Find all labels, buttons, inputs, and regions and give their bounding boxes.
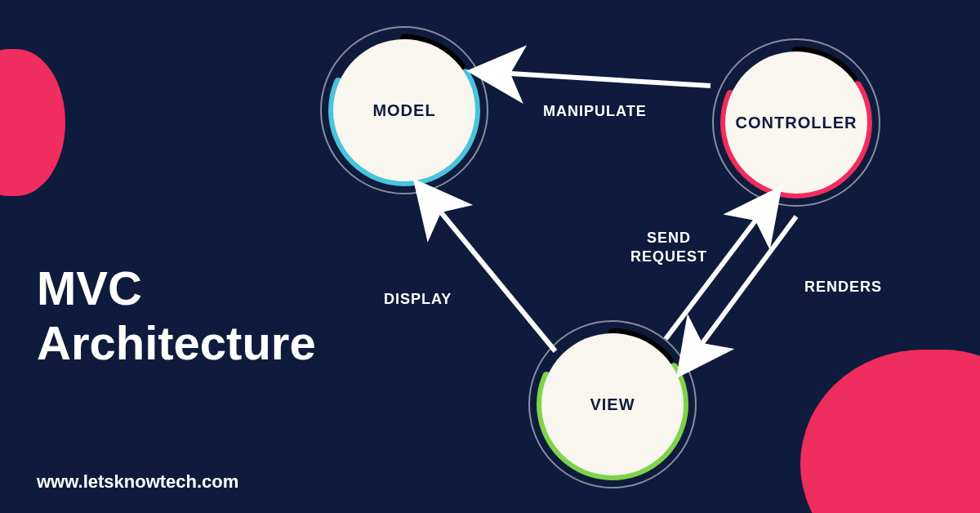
edge-label-renders: RENDERS bbox=[804, 278, 882, 297]
svg-line-6 bbox=[510, 74, 710, 86]
svg-line-9 bbox=[702, 216, 796, 343]
edge-label-send: SEND bbox=[630, 229, 707, 248]
node-label-model: MODEL bbox=[372, 101, 435, 120]
title-line-1: MVC bbox=[37, 261, 316, 316]
edge-label-request: REQUEST bbox=[630, 248, 707, 266]
edge-label-display: DISPLAY bbox=[384, 290, 452, 309]
node-controller: CONTROLLER bbox=[719, 45, 874, 200]
node-model: MODEL bbox=[327, 33, 482, 188]
node-disc: MODEL bbox=[333, 39, 475, 181]
node-disc: CONTROLLER bbox=[725, 51, 867, 194]
node-view: VIEW bbox=[535, 327, 690, 482]
node-disc: VIEW bbox=[541, 333, 684, 475]
node-label-controller: CONTROLLER bbox=[736, 114, 858, 132]
title-line-2: Architecture bbox=[37, 316, 316, 371]
node-label-view: VIEW bbox=[590, 395, 635, 414]
diagram-title: MVC Architecture bbox=[37, 261, 316, 370]
edge-label-manipulate: MANIPULATE bbox=[543, 102, 647, 121]
decor-blob-bottom-right bbox=[800, 350, 980, 513]
footer-url: www.letsknowtech.com bbox=[37, 471, 238, 493]
edge-label-send-request: SEND REQUEST bbox=[630, 229, 707, 267]
decor-blob-top-left bbox=[0, 49, 65, 196]
